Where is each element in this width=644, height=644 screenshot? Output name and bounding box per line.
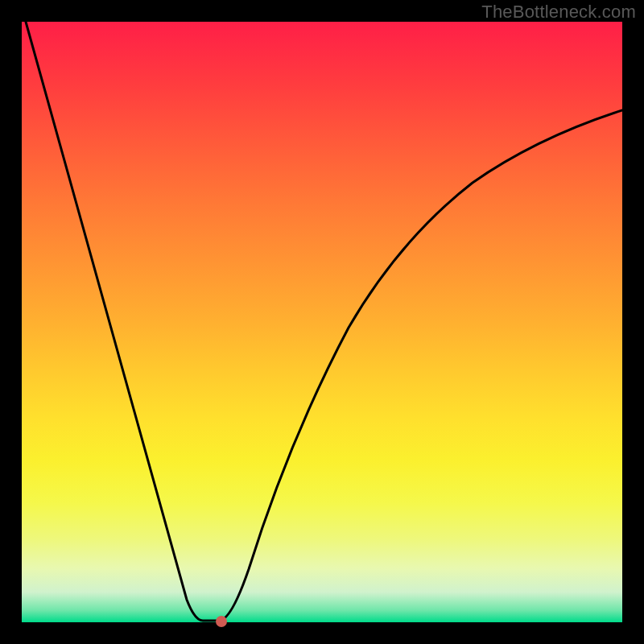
bottleneck-curve <box>22 22 622 622</box>
chart-frame: TheBottleneck.com <box>0 0 644 644</box>
watermark-text: TheBottleneck.com <box>481 2 636 23</box>
optimal-point-marker <box>216 616 227 627</box>
